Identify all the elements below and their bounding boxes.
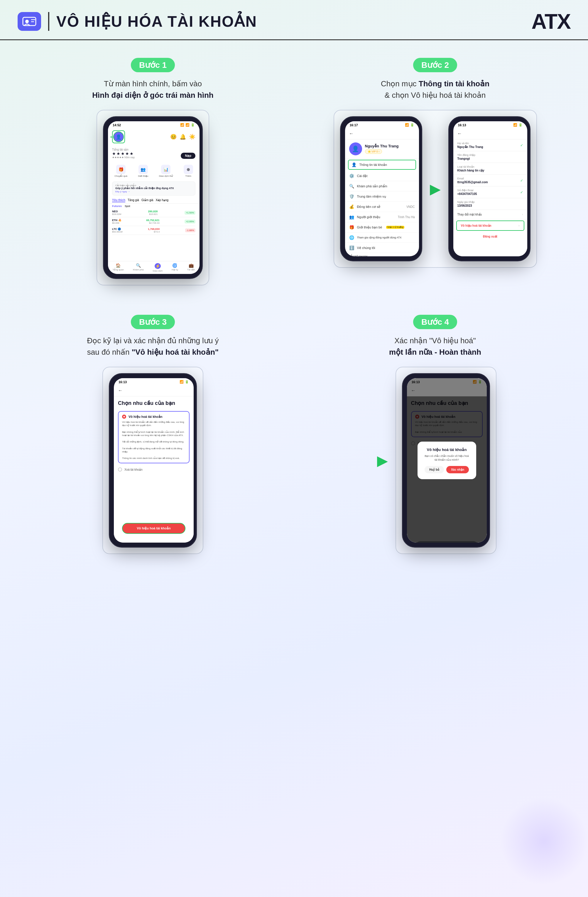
menu-congdong-label: Tham gia cộng đồng người dùng ATX xyxy=(357,236,402,239)
vndc-value: VNDC xyxy=(406,205,415,208)
balance-today: ★★★★★ hôm nay xyxy=(112,156,135,159)
gioithieubande-icon: 🎁 xyxy=(349,225,354,230)
nav-taisan[interactable]: 💼 Tài sản xyxy=(187,263,195,272)
step1-badge: Bước 1 xyxy=(131,58,175,72)
watchlist-tabs: Yêu thích Tăng giá Giảm giá Xếp hạng xyxy=(108,197,200,204)
step2-left-time: 16:17 xyxy=(350,123,358,127)
nav-hoitu[interactable]: 🌀 Hội tụ xyxy=(172,263,178,272)
top-icons: 😊🔔☀️ xyxy=(170,133,195,140)
menu-nguoigioithieu[interactable]: 👥 Người giới thiệu Trinh Thu Hà xyxy=(345,212,419,222)
option-vohieu[interactable]: Vô hiệu hoá tài khoản Vô hiệu hoá tài kh… xyxy=(118,411,189,463)
menu-caidat[interactable]: ⚙️ Cài đặt xyxy=(345,171,419,181)
step4-wrapper: ▶ 16:13 📶🔋 ← Chọn nhu cầu xyxy=(374,367,496,554)
caidat-icon: ⚙️ xyxy=(349,173,354,178)
step4-phone: 16:13 📶🔋 ← Chọn nhu cầu của bạn xyxy=(402,373,490,548)
nav-tongquan[interactable]: 🏠 Tổng quan xyxy=(112,263,124,272)
modal-confirm-btn[interactable]: Xác nhận xyxy=(446,466,469,473)
tab-yeuthich[interactable]: Yêu thích xyxy=(112,199,125,202)
step2-phone-left: 16:17 📶🔋 ← 👤 Nguyễn Thu Trang ⭐ VIP 0 › xyxy=(340,116,422,261)
support-label: HỖ TRỢ NHANH xyxy=(345,253,419,256)
quick-actions: 🎁 Chuyển quà 👥 Giới thiệu 📊 Giao dịch th… xyxy=(108,162,200,180)
action-changepass[interactable]: Thay đổi mật khẩu › xyxy=(453,210,527,219)
step2-left-screen: 16:17 📶🔋 ← 👤 Nguyễn Thu Trang ⭐ VIP 0 › xyxy=(345,121,419,256)
nav-khampha[interactable]: 🔍 Khám phá xyxy=(133,263,144,272)
option-xoa-label: Xoá tài khoản xyxy=(124,468,143,471)
action-gioithieu[interactable]: 👥 Giới thiệu xyxy=(138,165,148,178)
step4-phone-screen: 16:13 📶🔋 ← Chọn nhu cầu của bạn xyxy=(407,378,487,543)
option-xoa[interactable]: Xoá tài khoản xyxy=(118,466,189,473)
back-arrow-left[interactable]: ← xyxy=(349,131,354,136)
step3-phone-wrapper: 16:13 📶🔋 ← Chọn nhu cầu của bạn Vô xyxy=(102,367,203,554)
tab-giamgia[interactable]: Giảm giá xyxy=(141,199,153,202)
option-vohieu-desc: Vô hiệu hoá tài khoản sẽ cần đến những đ… xyxy=(122,421,185,460)
chevron-vohieu: › xyxy=(518,224,519,227)
crypto-list: NEO $18.02M 280,828 $10.821 +1.50% xyxy=(108,208,200,235)
back-arrow-right[interactable]: ← xyxy=(457,131,462,136)
radio-xoa[interactable] xyxy=(118,467,122,471)
step3-submit-btn[interactable]: Vô hiệu hoá tài khoản xyxy=(122,523,185,534)
menu-khampha-label: Khám phá sản phẩm xyxy=(357,184,387,188)
menu-thongtin[interactable]: 👤 Thông tin tài khoản xyxy=(348,160,416,170)
menu-vechungoi[interactable]: ℹ️ Về chúng tôi xyxy=(345,243,419,253)
user-avatar[interactable]: 👤 ← xyxy=(113,132,124,142)
crypto-row-ltc: LTC 🔵 $92.681M 1,768,830 $73.4 -1.88% xyxy=(112,226,195,235)
svg-point-1 xyxy=(25,20,29,23)
balance-label: Tổng tài sản xyxy=(112,148,195,151)
menu-dongtiencoso[interactable]: 💰 Đồng tiền cơ sở VNDC xyxy=(345,202,419,212)
step3-desc: Đọc kỹ lại và xác nhận đủ những lưu ý sa… xyxy=(23,335,282,358)
action-chuyenqua[interactable]: 🎁 Chuyển quà xyxy=(115,165,127,178)
back-bar-right: ← xyxy=(453,128,527,139)
modal-title: Vô hiệu hoá tài khoản xyxy=(423,447,470,452)
step1-section: Bước 1 Từ màn hình chính, bấm vào Hình đ… xyxy=(12,52,294,297)
dangxuat-btn[interactable]: Đăng xuất xyxy=(453,232,527,241)
nap-button[interactable]: Nạp xyxy=(181,153,195,159)
chuyenqua-icon: 🎁 xyxy=(116,165,125,174)
menu-congdong[interactable]: 🌐 Tham gia cộng đồng người dùng ATX xyxy=(345,233,419,243)
them-icon: ⊕ xyxy=(184,165,193,174)
field-loaitaikhoan: Loại tài khoản Khách hàng tin cậy xyxy=(453,163,527,175)
menu-dongtiencoso-label: Đồng tiền cơ sở xyxy=(357,205,380,209)
profile-header: 👤 Nguyễn Thu Trang ⭐ VIP 0 › xyxy=(345,139,419,159)
step3-back-arrow[interactable]: ← xyxy=(118,388,123,393)
step4-badge: Bước 4 xyxy=(413,315,457,329)
choose-title-step3: Chọn nhu cầu của bạn xyxy=(114,396,194,409)
modal-buttons: Huỷ bỏ Xác nhận xyxy=(423,466,470,473)
menu-trungtam[interactable]: 🛡️ Trung tâm nhiệm vụ xyxy=(345,191,419,202)
menu-gioithieubande[interactable]: 🎁 Giới thiệu bạn bè Nhận 1 tỷ thưởng xyxy=(345,222,419,233)
tab-futures[interactable]: Futures xyxy=(112,205,122,208)
step4-section: Bước 4 Xác nhận "Vô hiệu hoá" một lần nữ… xyxy=(294,309,576,566)
dongtiencoso-icon: 💰 xyxy=(349,204,354,209)
header-icon xyxy=(18,12,41,31)
suggestion-link[interactable]: Đây ý ngay → xyxy=(115,190,192,193)
modal-box: Vô hiệu hoá tài khoản Bạn có chắc chắn m… xyxy=(417,442,476,479)
menu-caidat-label: Cài đặt xyxy=(357,174,368,178)
step4-arrow: ▶ xyxy=(374,452,391,468)
step3-phone-screen: 16:13 📶🔋 ← Chọn nhu cầu của bạn Vô xyxy=(114,378,194,543)
step3-phone: 16:13 📶🔋 ← Chọn nhu cầu của bạn Vô xyxy=(109,373,197,548)
time: 14:52 xyxy=(113,123,121,127)
vechungtoi-icon: ℹ️ xyxy=(349,245,354,250)
nguoi-value: Trinh Thu Hà xyxy=(398,216,415,219)
step2-right-time: 16:13 xyxy=(458,123,466,127)
step1-desc: Từ màn hình chính, bấm vào Hình đại diện… xyxy=(23,78,282,101)
tab-tangia[interactable]: Tăng giá xyxy=(128,199,139,202)
action-them[interactable]: ⊕ Thêm xyxy=(184,165,193,178)
step2-phone-right: 16:13 📶🔋 ← Họ và tên Nguyễn Thu Trang xyxy=(448,116,530,261)
profile-name: Nguyễn Thu Trang xyxy=(365,144,399,148)
menu-trungtam-label: Trung tâm nhiệm vụ xyxy=(357,195,386,199)
step4-phone-wrapper: 16:13 📶🔋 ← Chọn nhu cầu của bạn xyxy=(396,367,496,554)
nav-giaodich[interactable]: ⚡ Giao dịch xyxy=(153,263,163,272)
radio-vohieu[interactable] xyxy=(122,415,126,419)
action-giaodich[interactable]: 📊 Giao dịch thử xyxy=(159,165,173,178)
tab-spot[interactable]: Spot xyxy=(125,205,130,208)
step3-section: Bước 3 Đọc kỹ lại và xác nhận đủ những l… xyxy=(12,309,294,566)
step3-back-bar: ← xyxy=(114,385,194,396)
menu-khampha[interactable]: 🔍 Khám phá sản phẩm xyxy=(345,181,419,191)
field-tendangnhap: Tên đăng nhập Trangngt xyxy=(453,151,527,163)
avatar-highlight[interactable]: 👤 ← xyxy=(112,130,125,143)
tab-xephang[interactable]: Xếp hạng xyxy=(156,199,168,202)
step3-statusbar: 16:13 📶🔋 xyxy=(114,378,194,385)
step2-section: Bước 2 Chọn mục Thông tin tài khoản & ch… xyxy=(294,52,576,297)
modal-cancel-btn[interactable]: Huỷ bỏ xyxy=(425,466,444,473)
action-vohieu[interactable]: Vô hiệu hoá tài khoản › xyxy=(456,220,524,231)
